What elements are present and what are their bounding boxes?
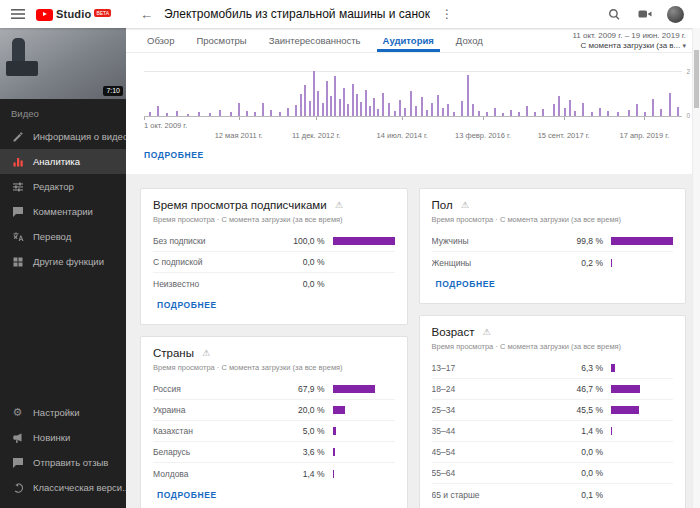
card-more-link-countries[interactable]: ПОДРОБНЕЕ (157, 490, 217, 500)
sidebar: 7:10 Видео Информация о видеоАналитикаРе… (0, 28, 126, 508)
sidebar-item-whats-new[interactable]: Новинки (0, 425, 126, 450)
grid-icon (11, 255, 24, 268)
scrollbar-thumb[interactable] (694, 50, 699, 108)
timeline-bar (157, 106, 159, 116)
sidebar-item-comments[interactable]: Комментарии (0, 199, 126, 224)
stat-bar (611, 385, 673, 393)
timeline-bar (486, 112, 488, 116)
logo-text: Studio (56, 8, 91, 20)
timeline-bar (510, 110, 512, 116)
sidebar-item-analytics[interactable]: Аналитика (0, 149, 126, 174)
tab-revenue[interactable]: Доход (445, 28, 494, 52)
feedback-icon (11, 456, 24, 469)
timeline-plot[interactable]: 2 0 (144, 71, 682, 117)
stat-value: 20,0 % (288, 405, 325, 415)
timeline-bar (356, 94, 358, 116)
create-video-button[interactable] (636, 7, 654, 21)
topbar-right (606, 6, 700, 23)
warning-icon: ⚠ (483, 328, 491, 337)
stat-value: 1,4 % (288, 469, 325, 479)
stat-label: Россия (153, 384, 288, 394)
time-filter-dropdown[interactable]: С момента загрузки (за в... ▾ (581, 41, 687, 50)
timeline-bar (219, 110, 221, 116)
sidebar-item-label: Классическая верси... (33, 482, 126, 493)
sidebar-item-video-info[interactable]: Информация о видео (0, 124, 126, 149)
comments-icon (11, 205, 24, 218)
back-button[interactable]: ← (138, 6, 155, 23)
card-title: Время просмотра подписчиками⚠ (153, 199, 395, 211)
tab-overview[interactable]: Обзор (136, 28, 185, 52)
tab-engagement[interactable]: Заинтересованность (258, 28, 372, 52)
timeline-bar (494, 108, 496, 116)
youtube-studio-app: Studio beta ← Электромобиль из стирально… (0, 0, 700, 508)
restore-icon (11, 481, 24, 494)
timeline-bar (582, 103, 584, 117)
timeline-bar (447, 104, 449, 116)
tab-audience[interactable]: Аудитория (372, 28, 445, 52)
sidebar-item-send-feedback[interactable]: Отправить отзыв (0, 450, 126, 475)
stat-row: 55–640,0 % (432, 463, 674, 484)
stat-row: Неизвестно0,0 % (153, 273, 395, 294)
timeline-bar (426, 110, 428, 116)
card-gender: Пол⚠Время просмотра · С момента загрузки… (419, 188, 687, 304)
timeline-bar (330, 96, 332, 116)
video-thumbnail[interactable]: 7:10 (0, 28, 126, 99)
sidebar-menu: Информация о видеоАналитикаРедакторКомме… (0, 124, 126, 274)
kebab-icon: ⋮ (441, 7, 453, 21)
stat-label: 55–64 (432, 468, 567, 478)
x-axis-label: 15 сент. 2017 г. (538, 131, 590, 140)
card-rows: Мужчины99,8 %Женщины0,2 % (432, 231, 674, 273)
card-subtitle: Время просмотра · С момента загрузки (за… (432, 215, 674, 224)
topbar-left: Studio beta (0, 6, 122, 22)
sidebar-item-other-features[interactable]: Другие функции (0, 249, 126, 274)
youtube-studio-logo[interactable]: Studio beta (36, 8, 111, 21)
date-range-text: 11 окт. 2009 г. – 19 июн. 2019 г. (572, 31, 686, 41)
timeline-bar (399, 100, 401, 116)
warning-icon: ⚠ (335, 201, 343, 210)
timeline-bar (209, 113, 211, 116)
sidebar-item-translations[interactable]: Перевод (0, 224, 126, 249)
timeline-bar (677, 107, 679, 116)
stat-value: 46,7 % (566, 384, 603, 394)
stat-label: 65 и старше (432, 490, 567, 500)
sidebar-item-settings[interactable]: ⚙Настройки (0, 400, 126, 425)
search-button[interactable] (606, 6, 623, 23)
stat-value: 6,3 % (566, 363, 603, 373)
hamburger-icon (11, 8, 25, 20)
tab-views[interactable]: Просмотры (185, 28, 257, 52)
sidebar-item-label: Информация о видео (33, 131, 126, 142)
kebab-menu-button[interactable]: ⋮ (439, 5, 455, 23)
stat-bar-fill (611, 385, 640, 393)
sidebar-item-editor[interactable]: Редактор (0, 174, 126, 199)
stat-bar (333, 280, 395, 288)
timeline-bar (669, 93, 671, 116)
stat-bar (333, 427, 395, 435)
pencil-icon (11, 130, 24, 143)
stat-row: 65 и старше0,1 % (432, 484, 674, 505)
sidebar-item-label: Перевод (33, 231, 71, 242)
account-avatar[interactable] (667, 6, 684, 23)
stat-bar (611, 364, 673, 372)
card-subtitle: Время просмотра · С момента загрузки (за… (153, 363, 395, 372)
card-more-link-subscribers-watchtime[interactable]: ПОДРОБНЕЕ (157, 300, 217, 310)
timeline-bar (176, 111, 178, 116)
translate-icon (11, 230, 24, 243)
stat-label: Без подписки (153, 236, 288, 246)
sidebar-item-label: Другие функции (33, 256, 104, 267)
card-more-link-gender[interactable]: ПОДРОБНЕЕ (436, 279, 496, 289)
sidebar-item-label: Отправить отзыв (33, 457, 108, 468)
timeline-bar (478, 111, 480, 116)
back-icon: ← (140, 8, 153, 21)
card-countries: Страны⚠Время просмотра · С момента загру… (140, 336, 408, 508)
timeline-bar (382, 93, 384, 116)
sidebar-item-classic-version[interactable]: Классическая верси... (0, 475, 126, 500)
x-axis-labels: 1 окт. 2009 г.12 мая 2011 г.11 дек. 2012… (144, 120, 682, 144)
timeline-bar (437, 95, 439, 116)
stat-bar-fill (611, 427, 612, 435)
vertical-scrollbar[interactable] (692, 28, 700, 508)
timeline-more-link[interactable]: ПОДРОБНЕЕ (144, 150, 204, 160)
hamburger-menu-button[interactable] (9, 6, 27, 22)
stat-row: 45–540,0 % (432, 442, 674, 463)
stat-bar-fill (611, 237, 673, 245)
timeline-bar (526, 106, 528, 116)
